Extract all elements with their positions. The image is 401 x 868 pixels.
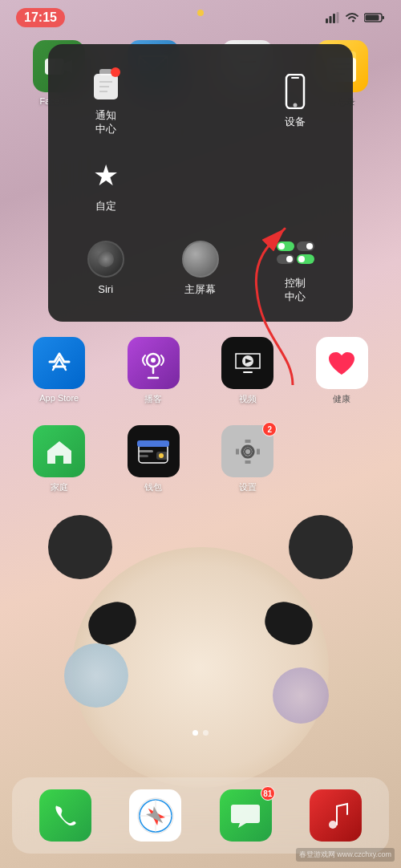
- menu-siri[interactable]: Siri: [60, 224, 151, 310]
- appstore-icon[interactable]: [33, 337, 85, 389]
- menu-homescreen[interactable]: 主屏幕: [155, 224, 245, 310]
- menu-notification-center[interactable]: 通知中心: [60, 56, 151, 143]
- device-label: 设备: [285, 116, 306, 129]
- dock-safari[interactable]: [129, 789, 181, 842]
- signal-icon: [326, 12, 340, 23]
- watermark: 春登游戏网 www.czchxy.com: [296, 848, 395, 862]
- svg-rect-43: [99, 69, 112, 75]
- app-wallet[interactable]: 钱包: [128, 425, 180, 493]
- customize-label: 自定: [95, 200, 116, 213]
- svg-rect-0: [326, 18, 328, 23]
- phone-icon[interactable]: [39, 789, 91, 842]
- wallet-icon[interactable]: [128, 425, 180, 477]
- homescreen-label: 主屏幕: [184, 283, 216, 297]
- svg-rect-2: [333, 14, 335, 23]
- svg-rect-5: [366, 15, 379, 21]
- appstore-label: App Store: [39, 393, 79, 403]
- siri-icon: [87, 240, 125, 278]
- status-right-icons: [326, 12, 385, 23]
- panda-decoration: [48, 515, 112, 579]
- battery-icon: [364, 12, 385, 23]
- svg-point-33: [245, 449, 250, 454]
- svg-rect-30: [139, 450, 153, 452]
- app-appstore[interactable]: App Store: [33, 337, 85, 405]
- settings-icon[interactable]: 2: [221, 425, 273, 477]
- menu-customize[interactable]: ★ 自定: [60, 147, 151, 220]
- empty-slot: [316, 425, 368, 493]
- wallet-label: 钱包: [144, 481, 162, 493]
- svg-rect-27: [137, 440, 169, 447]
- settings-badge: 2: [262, 422, 277, 436]
- svg-rect-3: [337, 12, 339, 23]
- svg-point-40: [329, 821, 337, 829]
- menu-device[interactable]: 设备: [250, 56, 341, 143]
- tv-label: 视频: [239, 393, 257, 405]
- context-menu-grid: 通知中心 设备 ★ 自定: [60, 56, 341, 310]
- svg-rect-31: [139, 455, 148, 457]
- wifi-icon: [345, 12, 359, 23]
- svg-rect-6: [383, 16, 385, 19]
- app-health[interactable]: 健康: [316, 337, 368, 405]
- siri-label: Siri: [98, 283, 113, 297]
- svg-point-20: [151, 358, 156, 363]
- app-row-3: 家庭 钱包: [0, 425, 401, 493]
- tv-icon[interactable]: [221, 337, 273, 389]
- settings-label: 设置: [239, 481, 257, 493]
- page-dots: [0, 730, 401, 736]
- menu-control-center[interactable]: 控制中心: [250, 224, 341, 310]
- homescreen-icon: [181, 240, 220, 278]
- svg-point-50: [294, 103, 298, 107]
- page-dot-2: [203, 730, 209, 736]
- app-settings[interactable]: 2 设置: [221, 425, 273, 493]
- app-tv[interactable]: 视频: [221, 337, 273, 405]
- svg-point-44: [111, 67, 120, 77]
- status-time: 17:15: [16, 8, 65, 27]
- decoration-circle: [273, 667, 329, 724]
- page-dot-1: [192, 730, 198, 736]
- decoration-circle: [64, 643, 128, 708]
- podcasts-label: 播客: [144, 393, 162, 405]
- health-icon[interactable]: [316, 337, 368, 389]
- app-row-2: App Store 播客 视频: [0, 337, 401, 405]
- menu-spacer-1: [155, 56, 245, 143]
- control-center-icon: [276, 233, 314, 272]
- home-app-icon[interactable]: [33, 425, 85, 477]
- health-label: 健康: [333, 393, 350, 405]
- context-menu: 通知中心 设备 ★ 自定: [48, 44, 353, 322]
- control-center-label: 控制中心: [285, 277, 306, 304]
- svg-point-29: [159, 453, 164, 458]
- customize-icon: ★: [87, 156, 125, 195]
- notification-center-icon: [87, 66, 125, 104]
- app-home[interactable]: 家庭: [33, 425, 85, 493]
- dock-messages[interactable]: 81: [220, 789, 272, 842]
- podcasts-icon[interactable]: [128, 337, 180, 389]
- dock-music[interactable]: [310, 789, 362, 842]
- dock: 81: [12, 777, 389, 854]
- svg-rect-1: [330, 16, 332, 23]
- safari-icon[interactable]: [129, 789, 181, 842]
- status-bar: 17:15: [0, 0, 401, 35]
- menu-spacer-3: [250, 147, 341, 220]
- device-icon: [276, 72, 314, 111]
- menu-spacer-2: [155, 147, 245, 220]
- panda-decoration: [289, 515, 353, 579]
- notification-center-label: 通知中心: [95, 109, 116, 136]
- home-label: 家庭: [51, 481, 68, 493]
- messages-icon[interactable]: 81: [220, 789, 272, 842]
- music-icon[interactable]: [310, 789, 362, 842]
- dock-phone[interactable]: [39, 789, 91, 842]
- app-podcasts[interactable]: 播客: [128, 337, 180, 405]
- messages-badge: 81: [261, 786, 275, 801]
- star-icon: ★: [93, 159, 119, 193]
